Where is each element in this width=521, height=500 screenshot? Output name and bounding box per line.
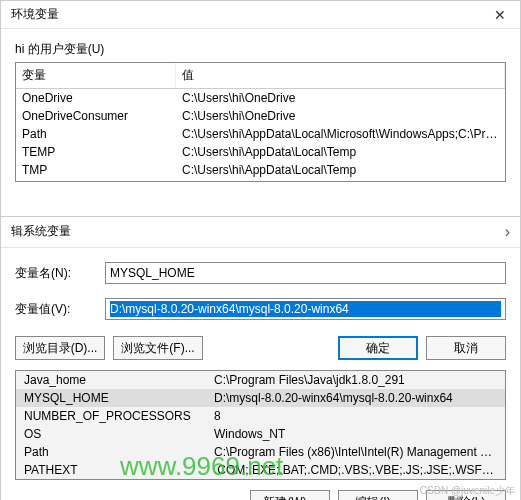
edit-system-var-dialog: 辑系统变量 › 变量名(N): 变量值(V): D:\mysql-8.0.20-… xyxy=(0,216,521,500)
new-button[interactable]: 新建(W)... xyxy=(250,490,330,500)
var-value-row: 变量值(V): D:\mysql-8.0.20-winx64\mysql-8.0… xyxy=(15,298,506,320)
table-row[interactable]: Java_homeC:\Program Files\Java\jdk1.8.0_… xyxy=(16,371,505,389)
user-vars-list[interactable]: 变量 值 OneDriveC:\Users\hi\OneDrive OneDri… xyxy=(15,62,506,182)
table-row[interactable]: NUMBER_OF_PROCESSORS8 xyxy=(16,407,505,425)
col-value[interactable]: 值 xyxy=(176,63,505,88)
table-row[interactable]: MYSQL_HOMED:\mysql-8.0.20-winx64\mysql-8… xyxy=(16,389,505,407)
sysvar-buttons: 新建(W)... 编辑(I)... 删除(L) xyxy=(15,490,506,500)
col-name[interactable]: 变量 xyxy=(16,63,176,88)
var-value-label: 变量值(V): xyxy=(15,301,105,318)
list-header: 变量 值 xyxy=(16,63,505,89)
table-row[interactable]: OneDriveC:\Users\hi\OneDrive xyxy=(16,89,505,107)
close-icon[interactable]: ✕ xyxy=(490,7,510,23)
ok-button[interactable]: 确定 xyxy=(338,336,418,360)
dialog-title: 环境变量 xyxy=(11,6,59,23)
system-vars-list[interactable]: Java_homeC:\Program Files\Java\jdk1.8.0_… xyxy=(15,370,506,480)
table-row[interactable]: TEMPC:\Users\hi\AppData\Local\Temp xyxy=(16,143,505,161)
env-vars-dialog: 环境变量 ✕ hi 的用户变量(U) 变量 值 OneDriveC:\Users… xyxy=(0,0,521,220)
user-vars-label: hi 的用户变量(U) xyxy=(15,41,520,58)
table-row[interactable]: PathC:\Users\hi\AppData\Local\Microsoft\… xyxy=(16,125,505,143)
chevron-right-icon[interactable]: › xyxy=(505,223,510,241)
edit-button[interactable]: 编辑(I)... xyxy=(338,490,418,500)
delete-button[interactable]: 删除(L) xyxy=(426,490,506,500)
browse-file-button[interactable]: 浏览文件(F)... xyxy=(113,336,203,360)
edit-dialog-title: 辑系统变量 › xyxy=(1,217,520,248)
var-name-input[interactable] xyxy=(105,262,506,284)
table-row[interactable]: PathC:\Program Files (x86)\Intel\Intel(R… xyxy=(16,443,505,461)
table-row[interactable]: OSWindows_NT xyxy=(16,425,505,443)
titlebar: 环境变量 ✕ xyxy=(1,1,520,29)
table-row[interactable]: TMPC:\Users\hi\AppData\Local\Temp xyxy=(16,161,505,179)
var-name-label: 变量名(N): xyxy=(15,265,105,282)
edit-dialog-buttons: 浏览目录(D)... 浏览文件(F)... 确定 取消 xyxy=(15,336,506,360)
var-name-row: 变量名(N): xyxy=(15,262,506,284)
table-row[interactable]: OneDriveConsumerC:\Users\hi\OneDrive xyxy=(16,107,505,125)
browse-dir-button[interactable]: 浏览目录(D)... xyxy=(15,336,105,360)
var-value-input[interactable]: D:\mysql-8.0.20-winx64\mysql-8.0.20-winx… xyxy=(105,298,506,320)
table-row[interactable]: PATHEXT.COM;.EXE;.BAT;.CMD;.VBS;.VBE;.JS… xyxy=(16,461,505,479)
cancel-button[interactable]: 取消 xyxy=(426,336,506,360)
